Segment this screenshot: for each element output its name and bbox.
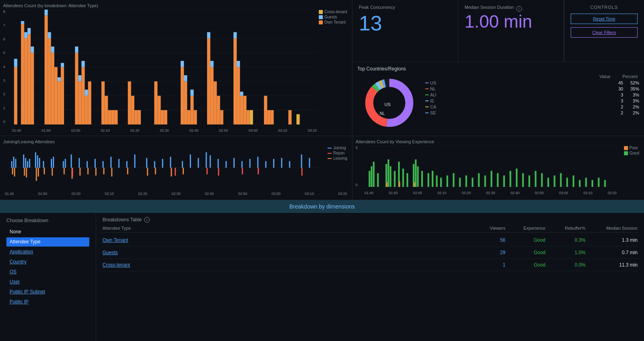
svg-rect-21	[48, 38, 51, 124]
breakdown-table-title: Breakdowns Table i	[103, 217, 638, 223]
svg-rect-206	[585, 178, 587, 187]
svg-rect-27	[58, 77, 61, 81]
svg-rect-141	[38, 168, 39, 177]
svg-rect-200	[547, 178, 549, 187]
svg-rect-33	[78, 75, 81, 81]
svg-rect-160	[242, 168, 243, 175]
svg-rect-148	[95, 168, 97, 176]
row-own-tenant-rebuffer: 0.3%	[545, 237, 586, 243]
svg-rect-158	[207, 168, 208, 175]
sidebar-item-public-ip[interactable]: Public IP	[6, 297, 89, 307]
svg-rect-104	[63, 161, 64, 168]
svg-rect-140	[36, 168, 37, 181]
svg-rect-59	[194, 110, 197, 124]
sidebar-item-public-ip-subnet[interactable]: Public IP Subnet	[6, 287, 89, 297]
svg-rect-36	[85, 96, 88, 124]
sidebar-item-os[interactable]: OS	[6, 267, 89, 277]
median-session-label: Median Session Duration	[465, 5, 514, 10]
svg-rect-178	[417, 166, 419, 187]
svg-rect-19	[44, 15, 48, 124]
x-axis-main: 01:4001:5002:0002:1002:2002:3002:4002:50…	[12, 128, 317, 132]
country-row-ie: IE 3 3%	[425, 98, 639, 103]
svg-rect-170	[388, 159, 389, 187]
joining-chart-panel: Joining/Leaving Attendees Joining Rejoin…	[0, 136, 352, 200]
sidebar-item-none[interactable]: None	[6, 227, 89, 237]
svg-rect-16	[28, 28, 31, 34]
svg-rect-109	[95, 159, 96, 168]
svg-rect-212	[414, 183, 415, 187]
svg-rect-123	[209, 155, 211, 168]
peak-concurrency-panel: Peak Concurrency 13	[352, 0, 458, 62]
svg-rect-62	[210, 67, 213, 125]
svg-text:NL: NL	[380, 111, 385, 116]
svg-rect-102	[51, 159, 52, 168]
svg-rect-155	[183, 168, 184, 175]
svg-rect-10	[14, 59, 17, 67]
svg-rect-195	[516, 168, 517, 187]
svg-rect-49	[157, 96, 161, 124]
sidebar-item-application[interactable]: Application	[6, 247, 89, 257]
countries-table-header: Value Percent	[425, 74, 639, 79]
joining-legend: Joining Rejoin Leaving	[328, 146, 347, 161]
median-session-info-icon[interactable]: i	[516, 6, 522, 12]
svg-rect-42	[111, 110, 115, 124]
svg-rect-72	[240, 92, 243, 96]
breakdown-table-info-icon[interactable]: i	[144, 217, 150, 223]
row-guests-name[interactable]: Guests	[103, 250, 473, 255]
svg-rect-128	[250, 159, 251, 168]
row-guests-rebuffer: 1.0%	[545, 250, 586, 255]
svg-rect-24	[51, 46, 54, 52]
svg-rect-157	[175, 168, 176, 176]
clear-filters-button[interactable]: Clear Filters	[571, 27, 638, 38]
country-row-ca: CA 2 2%	[425, 104, 639, 109]
svg-rect-191	[491, 171, 492, 187]
viewing-legend: Poor Good	[624, 146, 639, 156]
breakdown-sidebar-title: Choose Breakdown	[6, 218, 89, 223]
svg-rect-180	[428, 173, 429, 187]
svg-rect-118	[170, 157, 171, 168]
svg-rect-197	[529, 175, 530, 187]
svg-rect-175	[407, 173, 408, 187]
reset-time-button[interactable]: Reset Time	[571, 14, 638, 24]
sidebar-item-country[interactable]: Country	[6, 257, 89, 267]
svg-rect-34	[82, 67, 85, 125]
svg-rect-54	[184, 81, 187, 124]
viewing-chart-title: Attendees Count by Viewing Experience	[356, 139, 641, 144]
svg-rect-32	[78, 81, 81, 124]
svg-rect-146	[79, 168, 80, 176]
svg-rect-26	[58, 81, 61, 124]
svg-rect-107	[78, 158, 80, 168]
col-header-rebuffer: Rebuffer%	[545, 226, 586, 231]
row-guests-session: 0.7 min	[586, 250, 638, 255]
svg-rect-211	[399, 181, 400, 187]
svg-rect-124	[217, 159, 219, 168]
svg-rect-149	[103, 168, 105, 175]
joining-chart-title: Joining/Leaving Attendees	[3, 139, 349, 144]
svg-rect-182	[436, 175, 438, 187]
col-header-session: Median Session	[586, 226, 638, 231]
svg-rect-31	[75, 46, 78, 52]
svg-rect-23	[51, 53, 54, 124]
svg-rect-196	[522, 173, 524, 187]
svg-rect-25	[54, 67, 58, 125]
svg-rect-28	[61, 67, 64, 125]
sidebar-item-user[interactable]: User	[6, 277, 89, 287]
row-cross-tenant-name[interactable]: Cross-tenant	[103, 262, 473, 268]
sidebar-item-attendee-type[interactable]: Attendee Type	[6, 237, 89, 247]
legend-guests-label: Guests	[324, 15, 337, 19]
y-axis-main: 876543210	[3, 10, 11, 124]
svg-rect-166	[371, 166, 372, 187]
breakdown-header: Breakdown by dimensions	[0, 200, 644, 213]
svg-rect-113	[126, 161, 127, 168]
svg-rect-95	[25, 158, 26, 168]
svg-rect-108	[87, 161, 88, 168]
svg-text:US: US	[384, 102, 390, 107]
row-own-tenant-name[interactable]: Own Tenant	[103, 237, 473, 243]
svg-rect-199	[541, 173, 543, 187]
svg-rect-18	[31, 46, 34, 52]
svg-rect-167	[373, 162, 374, 187]
svg-rect-96	[27, 161, 28, 168]
svg-rect-151	[127, 168, 128, 175]
controls-title: CONTROLS	[571, 5, 638, 10]
row-own-tenant-experience: Good	[505, 237, 545, 243]
